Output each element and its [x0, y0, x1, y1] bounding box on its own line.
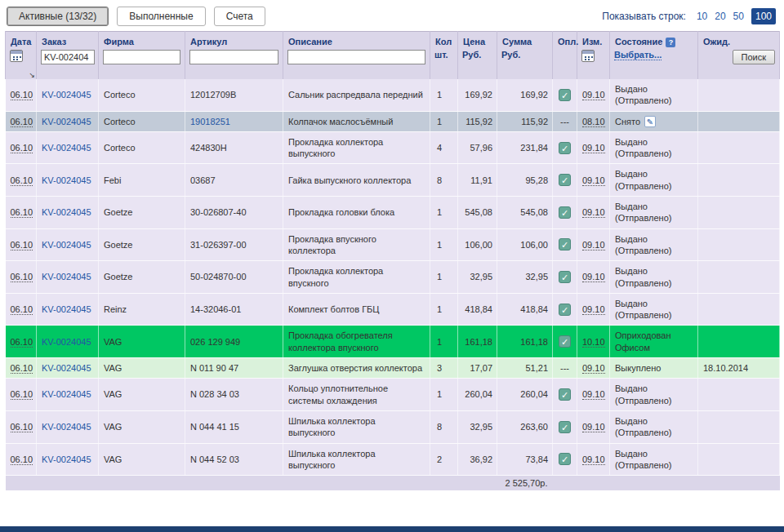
description-cell: Гайка выпускного коллектора — [283, 164, 430, 197]
paid-checkbox-icon[interactable]: ✓ — [559, 89, 571, 101]
col-header-firm[interactable]: Фирма — [99, 32, 185, 49]
tab-invoices[interactable]: Счета — [214, 7, 265, 26]
edit-state-icon[interactable]: ✎ — [644, 116, 656, 127]
col-header-state[interactable]: Состояние? — [610, 32, 698, 49]
search-button[interactable]: Поиск — [733, 50, 775, 64]
col-header-article[interactable]: Артикул — [185, 32, 283, 49]
paid-cell: ✓ — [553, 261, 577, 294]
price-cell: 106,00 — [458, 228, 497, 261]
date-link[interactable]: 06.10 — [11, 240, 33, 250]
order-link[interactable]: KV-0024045 — [42, 337, 91, 347]
qty-cell: 1 — [430, 293, 458, 326]
state-filter-select[interactable]: Выбрать... — [614, 50, 662, 60]
order-link[interactable]: KV-0024045 — [42, 143, 91, 153]
changed-date-link[interactable]: 09.10 — [582, 304, 605, 315]
col-header-qty[interactable]: Кол — [430, 32, 458, 49]
firm-cell: Reinz — [99, 293, 185, 326]
qty-cell: 1 — [430, 326, 458, 358]
changed-date-link[interactable]: 09.10 — [582, 363, 605, 374]
paid-checkbox-icon[interactable]: ✓ — [559, 304, 571, 316]
col-header-price[interactable]: Цена — [458, 32, 497, 49]
help-icon[interactable]: ? — [666, 38, 675, 47]
date-cell: 06.10 — [6, 410, 37, 443]
changed-cell: 09.10 — [577, 131, 610, 164]
resize-arrow-icon: ↘ — [29, 71, 35, 79]
date-link[interactable]: 06.10 — [11, 90, 33, 100]
firm-filter-input[interactable] — [103, 50, 180, 64]
changed-cell: 09.10 — [577, 410, 610, 443]
rows-per-page-20[interactable]: 20 — [715, 11, 725, 22]
order-link[interactable]: KV-0024045 — [42, 240, 91, 250]
date-link[interactable]: 06.10 — [11, 272, 33, 282]
changed-date-link[interactable]: 10.10 — [582, 337, 605, 348]
changed-date-link[interactable]: 09.10 — [582, 422, 605, 432]
changed-date-link[interactable]: 09.10 — [582, 207, 605, 218]
changed-date-link[interactable]: 09.10 — [582, 389, 605, 400]
order-filter-input[interactable] — [41, 50, 95, 64]
date-link[interactable]: 06.10 — [11, 304, 33, 315]
article-filter-input[interactable] — [189, 50, 278, 64]
col-header-date[interactable]: Дата — [6, 32, 37, 49]
date-link[interactable]: 06.10 — [11, 363, 33, 374]
paid-checkbox-icon[interactable]: ✓ — [559, 453, 571, 465]
table-row: 06.10KV-0024045VAGN 011 90 47Заглушка от… — [6, 358, 780, 379]
order-link[interactable]: KV-0024045 — [42, 454, 91, 464]
changed-date-link[interactable]: 08.10 — [582, 117, 605, 127]
date-link[interactable]: 06.10 — [11, 422, 33, 432]
price-unit-cell: Руб. — [458, 48, 497, 79]
price-cell: 545,08 — [458, 197, 497, 229]
changed-date-link[interactable]: 09.10 — [582, 143, 605, 153]
changed-date-link[interactable]: 09.10 — [582, 454, 605, 465]
changed-cell: 09.10 — [577, 443, 610, 476]
order-link[interactable]: KV-0024045 — [42, 304, 91, 314]
paid-checkbox-icon[interactable]: ✓ — [559, 174, 571, 186]
rows-per-page-10[interactable]: 10 — [697, 11, 707, 22]
paid-checkbox-icon[interactable]: ✓ — [559, 142, 571, 154]
order-link[interactable]: KV-0024045 — [42, 117, 91, 126]
col-header-sum[interactable]: Сумма — [497, 32, 553, 49]
article-link[interactable]: 19018251 — [190, 117, 230, 126]
paid-checkbox-icon[interactable]: ✓ — [559, 388, 571, 401]
col-header-changed[interactable]: Изм. — [577, 32, 610, 49]
changed-date-link[interactable]: 09.10 — [582, 175, 605, 186]
tab-completed-orders[interactable]: Выполненные — [117, 7, 205, 26]
table-row: 06.10KV-0024045Goetze31-026397-00Проклад… — [6, 228, 780, 261]
changed-filter-calendar-icon[interactable] — [581, 50, 595, 62]
order-link[interactable]: KV-0024045 — [42, 363, 91, 373]
order-link[interactable]: KV-0024045 — [42, 389, 91, 399]
date-link[interactable]: 06.10 — [11, 454, 33, 465]
date-link[interactable]: 06.10 — [11, 175, 33, 186]
description-filter-input[interactable] — [287, 50, 425, 64]
paid-checkbox-icon[interactable]: ✓ — [559, 271, 571, 283]
date-link[interactable]: 06.10 — [11, 337, 33, 348]
date-link[interactable]: 06.10 — [11, 143, 33, 153]
paid-checkbox-icon[interactable]: ✓ — [559, 206, 571, 219]
order-link[interactable]: KV-0024045 — [42, 207, 91, 217]
rows-per-page-100[interactable]: 100 — [751, 8, 776, 24]
state-cell: Оприходован Офисом — [610, 326, 698, 358]
col-header-order[interactable]: Заказ — [37, 32, 99, 49]
changed-date-link[interactable]: 09.10 — [582, 272, 605, 282]
date-link[interactable]: 06.10 — [11, 389, 33, 400]
order-cell: KV-0024045 — [37, 197, 99, 229]
state-cell: Выдано (Отправлено) — [610, 197, 698, 229]
col-header-description[interactable]: Описание — [283, 32, 430, 49]
changed-date-link[interactable]: 09.10 — [582, 90, 605, 100]
col-header-wait[interactable]: Ожид. — [698, 32, 780, 49]
order-link[interactable]: KV-0024045 — [42, 272, 91, 282]
state-cell: Выдано (Отправлено) — [610, 228, 698, 261]
paid-checkbox-icon[interactable]: ✓ — [559, 238, 571, 250]
order-link[interactable]: KV-0024045 — [42, 422, 91, 432]
order-link[interactable]: KV-0024045 — [42, 90, 91, 100]
col-header-state-label: Состояние — [615, 37, 662, 47]
tab-active-orders[interactable]: Активные (13/32) — [7, 7, 109, 26]
date-link[interactable]: 06.10 — [11, 207, 33, 218]
date-filter-calendar-icon[interactable] — [10, 50, 23, 62]
paid-checkbox-icon[interactable]: ✓ — [559, 421, 571, 433]
changed-date-link[interactable]: 09.10 — [582, 240, 605, 250]
col-header-paid[interactable]: Опл. — [553, 32, 577, 49]
date-link[interactable]: 06.10 — [11, 117, 33, 127]
rows-per-page-50[interactable]: 50 — [733, 11, 744, 22]
order-link[interactable]: KV-0024045 — [42, 175, 91, 185]
paid-checkbox-icon[interactable]: ✓ — [559, 335, 571, 348]
